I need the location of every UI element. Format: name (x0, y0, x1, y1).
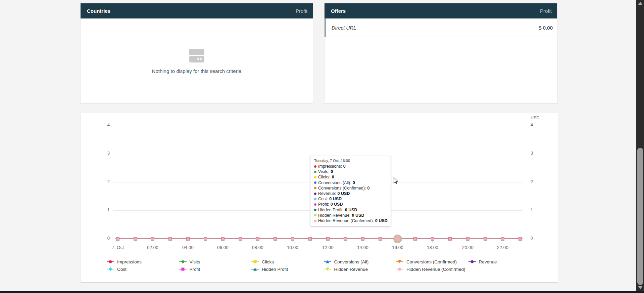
tooltip-row-label: Visits: (318, 169, 329, 174)
offers-panel: Offers Profit Direct URL $ 0.00 (325, 3, 557, 103)
tooltip-row-value: 0 (367, 185, 369, 191)
legend-marker (107, 267, 114, 271)
data-point[interactable] (168, 237, 172, 241)
legend-marker-shape (253, 268, 257, 271)
scrollbar-thumb[interactable] (637, 148, 643, 285)
legend-item-hidden-revenue[interactable]: Hidden Revenue (324, 267, 396, 272)
x-axis-label: 22:00 (489, 245, 516, 250)
x-axis-tick (153, 241, 153, 243)
x-axis-tick (118, 241, 118, 243)
data-point[interactable] (186, 237, 190, 241)
data-point[interactable] (116, 237, 119, 241)
data-point[interactable] (291, 237, 294, 241)
tooltip-row: Revenue:0 USD (314, 191, 387, 196)
x-axis-label: 02:00 (139, 245, 166, 250)
legend-item-hidden-profit[interactable]: Hidden Profit (251, 267, 324, 272)
data-point[interactable] (448, 237, 452, 241)
tooltip-row: Hidden Profit:0 USD (314, 207, 387, 213)
data-point[interactable] (151, 237, 154, 241)
data-point[interactable] (501, 237, 504, 241)
data-point[interactable] (344, 237, 347, 241)
data-point[interactable] (484, 237, 487, 241)
legend-marker (324, 267, 331, 271)
legend-label: Hidden Revenue (334, 267, 368, 272)
legend-marker (179, 260, 187, 264)
tooltip-row-label: Hidden Revenue (Confirmed): (318, 218, 374, 223)
data-point[interactable] (431, 237, 434, 241)
data-point[interactable] (326, 237, 330, 241)
data-point[interactable] (274, 237, 277, 241)
legend-label: Conversions (All) (334, 259, 369, 264)
legend-item-clicks[interactable]: Clicks (251, 259, 324, 264)
tooltip-row-value: 0 USD (338, 191, 350, 196)
data-point[interactable] (466, 237, 469, 241)
legend-marker-shape (398, 260, 401, 263)
legend-item-visits[interactable]: Visits (179, 259, 252, 264)
y-axis-label-left: 3 (98, 151, 110, 157)
offer-row-direct-url[interactable]: Direct URL $ 0.00 (325, 18, 557, 37)
legend-item-profit[interactable]: Profit (179, 267, 252, 272)
series-bullet-icon (314, 171, 316, 173)
tooltip-row-value: 0 USD (331, 202, 343, 207)
x-axis-tick (293, 241, 293, 243)
data-point[interactable] (256, 237, 259, 241)
legend-item-revenue[interactable]: Revenue (468, 259, 541, 264)
chart-gridline (113, 154, 523, 154)
legend-item-conversions-all[interactable]: Conversions (All) (324, 259, 396, 264)
series-bullet-icon (314, 176, 316, 178)
countries-empty-state: Nothing to display for this search crite… (81, 49, 313, 74)
tooltip-row-value: 0 USD (329, 196, 342, 202)
legend-marker (179, 267, 187, 271)
series-bullet-icon (314, 193, 316, 195)
data-point[interactable] (134, 237, 137, 241)
legend-item-hidden-revenue-confirmed[interactable]: Hidden Revenue (Confirmed) (396, 267, 468, 272)
x-axis-tick (328, 241, 328, 243)
legend-item-cost[interactable]: Cost (107, 267, 179, 272)
offers-metric-header[interactable]: Profit (540, 8, 552, 14)
x-axis-label: 06:00 (209, 245, 236, 250)
data-point[interactable] (518, 237, 522, 241)
legend-label: Conversions (Confirmed) (406, 259, 457, 264)
y-axis-label-right: 4 (531, 122, 542, 129)
x-axis-label: 7. Oct (104, 245, 131, 250)
legend-label: Cost (117, 267, 127, 272)
scroll-up-icon[interactable] (638, 2, 643, 5)
data-point[interactable] (221, 237, 225, 241)
legend-item-conversions-confirmed[interactable]: Conversions (Confirmed) (396, 259, 468, 264)
countries-panel-title: Countries (87, 8, 110, 14)
card-icon-dot (200, 58, 202, 60)
countries-metric-header[interactable]: Profit (296, 8, 307, 14)
data-point[interactable] (379, 237, 382, 241)
tooltip-row-value: 0 (331, 169, 333, 174)
x-axis-label: 20:00 (454, 245, 481, 250)
data-point[interactable] (413, 237, 417, 241)
x-axis-tick (188, 241, 188, 243)
tooltip-row-value: 0 (343, 164, 346, 169)
legend-marker (107, 260, 114, 264)
dashboard-screen: Countries Profit Nothing to display for … (0, 0, 644, 293)
legend-marker-shape (326, 260, 329, 263)
legend-label: Revenue (479, 259, 497, 264)
scroll-down-icon[interactable] (638, 286, 643, 289)
legend-label: Hidden Profit (262, 267, 288, 272)
legend-marker-shape (181, 260, 185, 263)
data-point[interactable] (308, 237, 312, 241)
data-point[interactable] (361, 237, 364, 241)
y-axis-label-right: 2 (531, 179, 542, 186)
x-axis-label: 12:00 (314, 245, 341, 250)
legend-marker-shape (326, 268, 329, 271)
legend-item-impressions[interactable]: Impressions (107, 259, 179, 264)
tooltip-row: Profit:0 USD (314, 202, 387, 207)
tooltip-title: Tuesday, 7 Oct, 16:00 (314, 159, 387, 163)
tooltip-row: Cost:0 USD (314, 196, 387, 202)
mouse-cursor-icon (393, 177, 399, 185)
x-axis-label: 14:00 (349, 245, 376, 250)
tooltip-row-label: Hidden Revenue: (318, 213, 351, 218)
data-point[interactable] (239, 237, 242, 241)
data-point-hovered[interactable] (393, 235, 402, 243)
bottom-edge-bar (0, 291, 644, 293)
data-point[interactable] (204, 237, 207, 241)
legend-label: Visits (190, 259, 200, 264)
x-axis-tick (363, 241, 363, 243)
tooltip-row: Visits:0 (314, 169, 387, 174)
